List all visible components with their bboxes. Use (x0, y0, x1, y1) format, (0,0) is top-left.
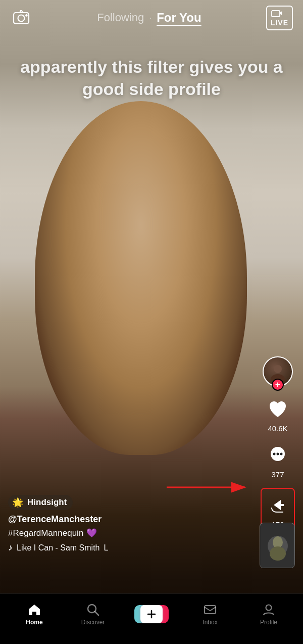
video-face-area (35, 101, 247, 455)
bottom-info: 🌟 Hindsight @TerenceManchester #RegardMa… (8, 495, 258, 553)
live-label: LIVE (271, 19, 288, 27)
bottom-nav: Home Discover Inbox (0, 593, 303, 644)
song-suffix: L (104, 543, 109, 553)
svg-point-8 (273, 453, 276, 455)
svg-point-9 (277, 453, 279, 455)
like-count: 40.6K (268, 424, 287, 433)
svg-rect-4 (272, 11, 280, 17)
nav-inbox[interactable]: Inbox (181, 603, 239, 626)
header-nav: Following · For You (97, 11, 201, 25)
filter-name: Hindsight (27, 497, 67, 508)
nav-home[interactable]: Home (5, 603, 64, 626)
right-actions: + 40.6K 377 17 (261, 356, 295, 533)
add-button[interactable] (138, 605, 165, 623)
svg-line-20 (95, 612, 98, 615)
nav-discover[interactable]: Discover (64, 603, 122, 626)
song-title: Like I Can - Sam Smith (17, 543, 100, 553)
music-thumbnail[interactable] (260, 523, 295, 568)
svg-point-24 (266, 605, 272, 610)
music-note-icon: ♪ (8, 542, 13, 553)
share-icon (265, 492, 291, 518)
home-icon (27, 603, 41, 617)
foryou-tab[interactable]: For You (157, 11, 201, 25)
comment-icon (265, 442, 291, 468)
creator-avatar[interactable]: + (263, 356, 293, 387)
like-button[interactable]: 40.6K (265, 396, 291, 433)
creator-username[interactable]: @TerenceManchester (8, 514, 258, 525)
comment-count: 377 (271, 470, 284, 479)
video-caption: apparently this filter gives you a good … (0, 56, 303, 100)
following-tab[interactable]: Following (97, 11, 144, 24)
nav-home-label: Home (26, 619, 42, 626)
arrow-annotation (162, 477, 252, 497)
live-button[interactable]: LIVE (266, 6, 293, 30)
comment-button[interactable]: 377 (265, 442, 291, 479)
filter-badge[interactable]: 🌟 Hindsight (8, 495, 73, 510)
search-icon (86, 603, 100, 617)
upload-button[interactable] (10, 7, 32, 29)
svg-point-1 (18, 15, 25, 22)
header: Following · For You LIVE (0, 0, 303, 35)
svg-point-5 (274, 365, 282, 373)
follow-plus-button[interactable]: + (272, 379, 284, 391)
nav-divider: · (149, 13, 152, 23)
music-line[interactable]: ♪ Like I Can - Sam Smith L (8, 542, 258, 553)
nav-profile-label: Profile (260, 619, 277, 626)
nav-inbox-label: Inbox (203, 619, 217, 626)
nav-profile[interactable]: Profile (239, 603, 298, 626)
profile-icon (262, 603, 276, 617)
heart-icon (265, 396, 291, 422)
filter-emoji: 🌟 (12, 497, 23, 508)
hashtag-line: #RegardMannequin 💜 (8, 528, 258, 538)
svg-point-18 (270, 546, 286, 561)
inbox-icon (203, 603, 217, 617)
nav-discover-label: Discover (81, 619, 105, 626)
hashtag-text[interactable]: #RegardMannequin (8, 528, 83, 538)
heart-emoji: 💜 (86, 528, 97, 538)
svg-point-10 (280, 453, 283, 455)
svg-rect-23 (205, 606, 216, 614)
nav-add[interactable] (122, 605, 181, 623)
